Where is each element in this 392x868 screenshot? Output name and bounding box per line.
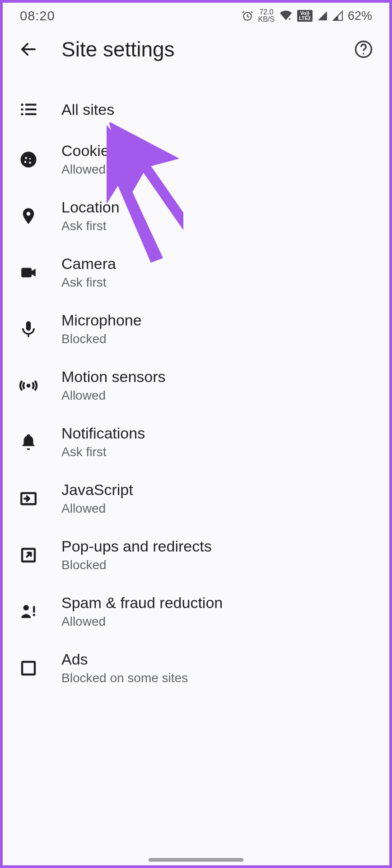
svg-point-14 [29,158,31,160]
battery-text: 62% [348,9,372,23]
network-speed: 72.0 KB/S [258,9,274,23]
row-status: Allowed [61,501,133,516]
row-label: Pop-ups and redirects [61,538,212,555]
row-label: Notifications [61,425,145,442]
wifi-icon [279,10,293,21]
svg-point-18 [27,383,31,387]
cookie-icon [17,148,40,171]
svg-rect-17 [26,321,31,330]
row-status: Allowed [61,162,117,177]
status-icons: 72.0 KB/S Vo))LTE2 62% [242,9,372,23]
javascript-icon [17,487,40,510]
svg-rect-8 [25,108,37,110]
row-label: Cookies [61,142,117,160]
motion-icon [17,374,40,397]
row-camera[interactable]: Camera Ask first [3,244,389,301]
row-label: Spam & fraud reduction [61,594,223,612]
row-status: Blocked [61,558,212,572]
svg-point-12 [24,160,27,163]
svg-point-11 [25,157,27,159]
svg-rect-24 [22,662,35,675]
row-status: Blocked [61,332,142,346]
page-title: Site settings [61,37,331,61]
svg-point-21 [23,605,29,610]
popup-icon [17,544,40,566]
svg-rect-16 [21,268,32,277]
app-bar: Site settings [3,29,389,70]
alarm-icon [242,10,253,22]
microphone-icon [17,318,40,340]
list-icon [17,98,40,121]
signal-2-icon [332,10,343,21]
svg-point-23 [33,613,35,616]
phone-frame: 08:20 72.0 KB/S Vo))LTE2 62% [0,0,392,868]
row-status: Ask first [61,219,120,233]
row-label: Ads [61,651,188,668]
camera-icon [17,261,40,284]
row-notifications[interactable]: Notifications Ask first [3,414,389,470]
location-icon [17,205,40,227]
row-label: Motion sensors [61,368,166,386]
svg-point-9 [21,113,23,115]
svg-point-7 [21,108,23,110]
row-location[interactable]: Location Ask first [3,188,389,244]
back-button[interactable] [17,38,40,61]
svg-point-4 [363,53,364,55]
row-all-sites[interactable]: All sites [3,88,389,131]
row-label: All sites [61,101,114,118]
clock: 08:20 [20,9,55,24]
svg-point-5 [21,104,23,106]
svg-rect-10 [25,113,37,115]
bell-icon [17,431,40,453]
svg-rect-6 [25,104,37,105]
row-status: Allowed [61,614,223,629]
ads-icon [17,657,40,679]
row-status: Ask first [61,445,145,459]
svg-point-13 [29,161,31,164]
row-status: Ask first [61,275,116,290]
row-label: Microphone [61,311,142,329]
home-indicator [149,858,243,862]
settings-list: All sites Cookies Allowed Location Ask f… [3,70,389,696]
row-popups[interactable]: Pop-ups and redirects Blocked [3,527,389,583]
help-button[interactable] [352,38,375,61]
spam-icon [17,600,40,623]
row-cookies[interactable]: Cookies Allowed [3,131,389,188]
status-bar: 08:20 72.0 KB/S Vo))LTE2 62% [3,3,389,29]
row-label: Camera [61,255,116,273]
row-status: Blocked on some sites [61,671,188,685]
row-ads[interactable]: Ads Blocked on some sites [3,640,389,696]
svg-point-15 [27,212,31,216]
row-status: Allowed [61,388,166,403]
row-motion-sensors[interactable]: Motion sensors Allowed [3,357,389,414]
signal-1-icon [317,10,328,21]
volte-icon: Vo))LTE2 [297,10,313,22]
row-javascript[interactable]: JavaScript Allowed [3,470,389,527]
row-spam[interactable]: Spam & fraud reduction Allowed [3,583,389,640]
row-microphone[interactable]: Microphone Blocked [3,301,389,357]
row-label: JavaScript [61,481,133,499]
row-label: Location [61,198,120,216]
